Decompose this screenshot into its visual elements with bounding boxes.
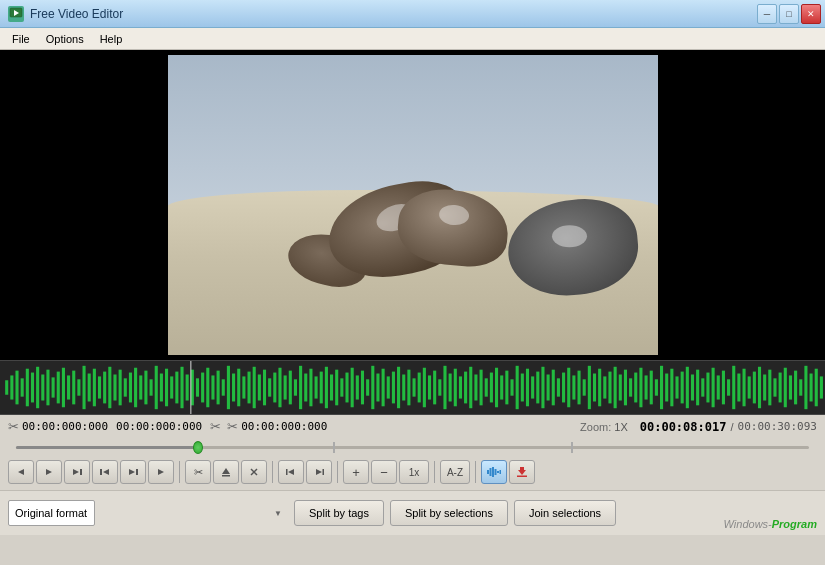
- svg-rect-28: [134, 368, 137, 408]
- svg-rect-132: [670, 369, 673, 407]
- svg-rect-30: [144, 371, 147, 405]
- svg-rect-118: [598, 369, 601, 407]
- svg-rect-47: [232, 374, 235, 402]
- delete-selection-button[interactable]: [241, 460, 267, 484]
- svg-rect-18: [83, 366, 86, 409]
- main-content: ✂ 00:00:000:000 00:00:000:000 ✂ ✂ 00:00:…: [0, 50, 825, 535]
- timeline-track[interactable]: [16, 446, 809, 449]
- svg-rect-20: [93, 369, 96, 407]
- svg-rect-40: [196, 378, 199, 396]
- svg-rect-8: [31, 373, 34, 403]
- timeline-thumb[interactable]: [193, 441, 203, 454]
- svg-rect-61: [304, 374, 307, 402]
- svg-rect-146: [743, 369, 746, 407]
- svg-rect-177: [286, 469, 288, 475]
- menu-help[interactable]: Help: [92, 31, 131, 47]
- svg-rect-124: [629, 378, 632, 396]
- svg-rect-37: [180, 367, 183, 408]
- svg-rect-55: [273, 373, 276, 403]
- cut-button[interactable]: ✂: [185, 460, 211, 484]
- svg-rect-166: [80, 469, 82, 475]
- svg-rect-120: [608, 372, 611, 404]
- svg-rect-15: [67, 375, 70, 399]
- svg-rect-96: [485, 378, 488, 396]
- svg-rect-110: [557, 378, 560, 396]
- app-icon: [8, 6, 24, 22]
- svg-rect-84: [423, 368, 426, 408]
- menu-file[interactable]: File: [4, 31, 38, 47]
- maximize-button[interactable]: □: [779, 4, 799, 24]
- split-by-selections-button[interactable]: Split by selections: [390, 500, 508, 526]
- svg-rect-153: [779, 373, 782, 403]
- sort-button[interactable]: A-Z: [440, 460, 470, 484]
- svg-rect-99: [500, 375, 503, 399]
- svg-rect-123: [624, 370, 627, 406]
- svg-rect-42: [206, 368, 209, 408]
- close-button[interactable]: ✕: [801, 4, 821, 24]
- svg-rect-111: [562, 373, 565, 403]
- svg-rect-100: [505, 371, 508, 405]
- svg-rect-187: [520, 467, 524, 470]
- menu-options[interactable]: Options: [38, 31, 92, 47]
- zoom-value: 1X: [614, 421, 627, 433]
- svg-rect-25: [119, 370, 122, 406]
- svg-rect-24: [113, 374, 116, 400]
- prev-selection-button[interactable]: [278, 460, 304, 484]
- prev-keyframe-button[interactable]: [92, 460, 118, 484]
- next-button[interactable]: [148, 460, 174, 484]
- svg-rect-145: [737, 374, 740, 402]
- play-end-button[interactable]: [64, 460, 90, 484]
- format-select[interactable]: Original format MP4 AVI MKV MOV: [8, 500, 95, 526]
- prev-button[interactable]: [8, 460, 34, 484]
- svg-rect-58: [289, 371, 292, 405]
- title-bar: Free Video Editor ─ □ ✕: [0, 0, 825, 28]
- svg-rect-26: [124, 378, 127, 396]
- svg-rect-181: [490, 468, 492, 476]
- svg-rect-63: [315, 376, 318, 398]
- svg-rect-131: [665, 374, 668, 402]
- zoom-reset-button[interactable]: 1x: [399, 460, 429, 484]
- svg-rect-41: [201, 373, 204, 403]
- split-by-tags-button[interactable]: Split by tags: [294, 500, 384, 526]
- svg-rect-53: [263, 370, 266, 406]
- next-selection-button[interactable]: [306, 460, 332, 484]
- svg-rect-76: [382, 369, 385, 407]
- play-button[interactable]: [36, 460, 62, 484]
- download-button[interactable]: [509, 460, 535, 484]
- action-bar: Original format MP4 AVI MKV MOV ▼ Split …: [0, 490, 825, 535]
- svg-rect-133: [675, 376, 678, 398]
- svg-rect-82: [413, 378, 416, 396]
- svg-rect-86: [433, 371, 436, 405]
- svg-rect-160: [815, 369, 818, 407]
- svg-rect-12: [52, 377, 55, 397]
- svg-rect-182: [492, 467, 494, 477]
- svg-rect-32: [155, 366, 158, 409]
- time-separator: /: [730, 421, 733, 433]
- svg-rect-56: [278, 368, 281, 408]
- waveform-toggle-button[interactable]: [481, 460, 507, 484]
- svg-rect-5: [15, 371, 18, 405]
- video-display: [168, 55, 658, 355]
- svg-rect-108: [547, 374, 550, 400]
- svg-marker-172: [222, 468, 230, 474]
- svg-rect-121: [614, 367, 617, 408]
- svg-rect-97: [490, 373, 493, 403]
- total-time-display: 00:00:30:093: [738, 420, 817, 433]
- export-selection-button[interactable]: [213, 460, 239, 484]
- next-keyframe-button[interactable]: [120, 460, 146, 484]
- svg-rect-122: [619, 374, 622, 400]
- zoom-in-button[interactable]: +: [343, 460, 369, 484]
- svg-rect-35: [170, 376, 173, 398]
- join-selections-button[interactable]: Join selections: [514, 500, 616, 526]
- timeline-row: [8, 438, 817, 456]
- svg-rect-130: [660, 366, 663, 409]
- minimize-button[interactable]: ─: [757, 4, 777, 24]
- svg-rect-7: [26, 369, 29, 407]
- current-time-display: 00:00:08:017: [640, 420, 727, 434]
- svg-rect-114: [578, 371, 581, 405]
- svg-rect-23: [108, 367, 111, 408]
- zoom-out-button[interactable]: −: [371, 460, 397, 484]
- separator-1: [179, 461, 180, 483]
- menu-bar: File Options Help: [0, 28, 825, 50]
- svg-marker-165: [73, 469, 79, 475]
